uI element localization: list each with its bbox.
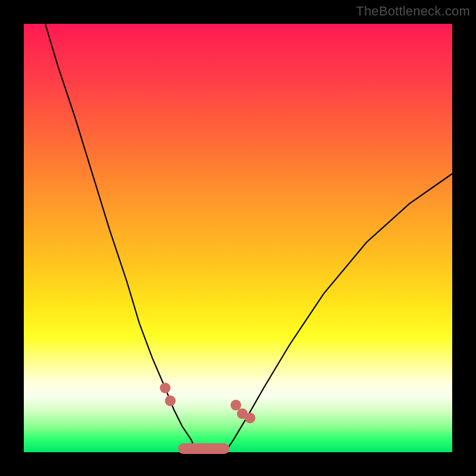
left-curve: [45, 24, 198, 452]
data-marker: [160, 383, 171, 393]
watermark-text: TheBottleneck.com: [356, 4, 470, 19]
data-marker: [165, 396, 176, 406]
chart-frame: TheBottleneck.com: [0, 0, 476, 476]
curve-svg: [24, 24, 452, 452]
data-marker: [230, 400, 241, 411]
data-marker: [245, 412, 255, 423]
markers-group: [160, 383, 256, 423]
optimal-zone-pill: [178, 443, 229, 454]
plot-area: [24, 24, 452, 452]
right-curve: [225, 174, 452, 452]
